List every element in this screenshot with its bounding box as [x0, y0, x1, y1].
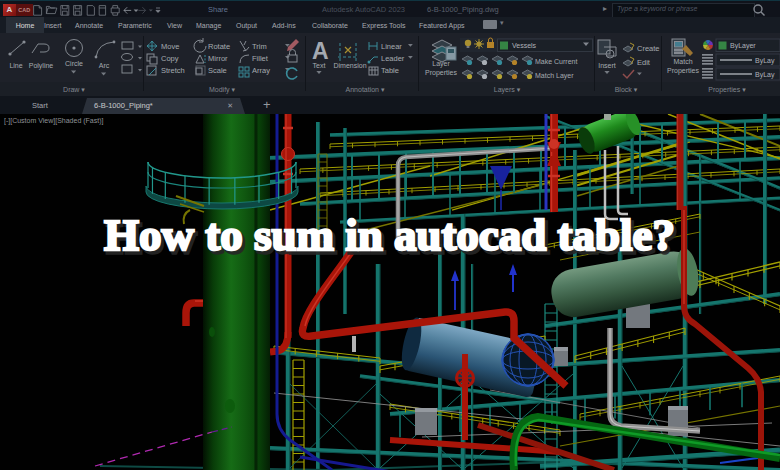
- svg-text:How to sum in autocad table?: How to sum in autocad table?: [104, 210, 675, 260]
